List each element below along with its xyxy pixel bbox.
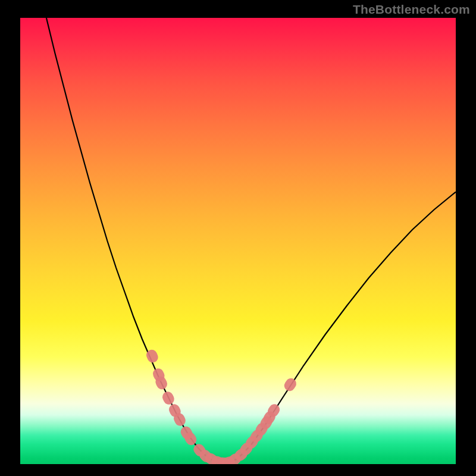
curve-line xyxy=(46,18,456,464)
chart-svg xyxy=(20,18,456,464)
marker-point xyxy=(161,390,176,406)
chart-container: TheBottleneck.com xyxy=(0,0,476,476)
bottleneck-curve xyxy=(46,18,456,464)
plot-area xyxy=(20,18,456,464)
watermark-text: TheBottleneck.com xyxy=(353,2,470,17)
marker-point xyxy=(282,376,298,393)
highlighted-points xyxy=(145,348,298,464)
